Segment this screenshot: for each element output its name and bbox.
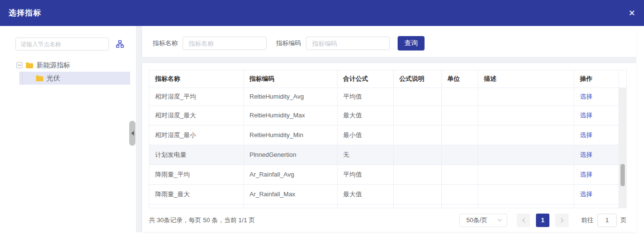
prev-page-button[interactable] (517, 214, 530, 227)
node-search-row (15, 38, 125, 51)
cell-formula: 平均值 (337, 88, 393, 105)
cell-formula_desc (393, 165, 441, 184)
node-search-input[interactable] (15, 38, 109, 51)
table-row: 相对湿度_最大ReltieHumidity_Max最大值选择 (149, 105, 626, 125)
main-panel: 指标名称 指标编码 查询 指标名称 指标编码 合计公式 公式说明 (142, 26, 636, 241)
chevron-left-icon (522, 217, 526, 223)
select-link[interactable]: 选择 (580, 131, 593, 139)
tree-node-child-selected[interactable]: 光伏 (19, 72, 130, 85)
indicator-table: 指标名称 指标编码 合计公式 公式说明 单位 描述 操作 相对湿度_平均Relt… (149, 70, 627, 208)
cell-empty (574, 204, 619, 208)
tree-structure-icon[interactable] (115, 39, 125, 49)
goto-page-input[interactable] (597, 214, 617, 227)
cell-formula: 平均值 (337, 165, 393, 184)
cell-unit (441, 184, 478, 204)
cell-unit (441, 165, 478, 184)
collapse-arrow-icon (131, 131, 134, 136)
cell-code: ReltieHumidity_Min (243, 125, 337, 145)
table-scrollbar-thumb[interactable] (620, 164, 625, 186)
select-link[interactable]: 选择 (580, 190, 593, 198)
cell-desc (478, 184, 574, 204)
cell-name: 降雨量_最大 (149, 184, 243, 204)
select-link[interactable]: 选择 (580, 112, 593, 119)
sidebar-collapse-handle[interactable] (129, 121, 135, 146)
cell-formula_desc (393, 184, 441, 204)
cell-desc (478, 105, 574, 125)
record-summary: 共 30条记录，每页 50 条，当前 1/1 页 (149, 216, 255, 225)
cell-empty (441, 204, 478, 208)
col-header-formula-desc: 公式说明 (393, 70, 441, 88)
cell-formula_desc (393, 105, 441, 125)
node-tree-panel: 新能源指标 光伏 (0, 26, 136, 232)
cell-code: ReltieHumidity_Max (243, 105, 337, 125)
dialog-header: 选择指标 ✕ (0, 0, 644, 26)
next-page-button[interactable] (555, 214, 569, 227)
cell-formula: 无 (337, 145, 393, 165)
scrollbar-gutter (619, 70, 626, 88)
cell-formula_desc (393, 145, 441, 165)
indicator-name-input[interactable] (182, 37, 267, 50)
panel-divider (136, 26, 142, 232)
cell-empty (149, 204, 243, 208)
tree-node-root[interactable]: 新能源指标 (0, 59, 136, 72)
query-button[interactable]: 查询 (398, 36, 425, 51)
table-row: 相对湿度_最小ReltieHumidity_Min最小值选择 (149, 125, 626, 145)
col-header-formula: 合计公式 (337, 70, 393, 88)
cell-unit (441, 88, 478, 105)
cell-formula: 最小值 (337, 125, 393, 145)
cell-action: 选择 (574, 88, 619, 105)
col-header-action: 操作 (574, 70, 619, 88)
cell-empty (393, 204, 441, 208)
table-row-partial (149, 204, 626, 208)
tree-indent-guide (22, 72, 23, 85)
node-tree: 新能源指标 光伏 (0, 59, 136, 85)
pagination-bar: 共 30条记录，每页 50 条，当前 1/1 页 50条/页 1 前往 (142, 208, 636, 232)
table-header-row: 指标名称 指标编码 合计公式 公式说明 单位 描述 操作 (149, 70, 626, 88)
table-body: 相对湿度_平均ReltieHumidity_Avg平均值选择相对湿度_最大Rel… (149, 88, 626, 208)
select-link[interactable]: 选择 (580, 93, 593, 100)
page-size-select[interactable]: 50条/页 (459, 214, 507, 227)
dialog-title: 选择指标 (9, 8, 41, 18)
cell-action: 选择 (574, 145, 619, 165)
tree-node-label: 光伏 (47, 74, 60, 83)
indicator-code-input[interactable] (306, 37, 390, 50)
table-row: 计划发电量PlnnedGenertion无选择 (149, 145, 626, 165)
cell-formula: 最大值 (337, 105, 393, 125)
cell-code: PlnnedGenertion (243, 145, 337, 165)
cell-code: Ar_Rainfall_Max (243, 184, 337, 204)
folder-icon (36, 75, 43, 81)
col-header-code: 指标编码 (243, 70, 337, 88)
cell-desc (478, 165, 574, 184)
cell-formula: 最大值 (337, 184, 393, 204)
cell-empty (337, 204, 393, 208)
page-size-value: 50条/页 (466, 216, 487, 225)
chevron-right-icon (560, 217, 564, 223)
select-link[interactable]: 选择 (580, 151, 593, 158)
table-card: 指标名称 指标编码 合计公式 公式说明 单位 描述 操作 相对湿度_平均Relt… (142, 63, 636, 232)
table-row: 降雨量_平均Ar_Rainfall_Avg平均值选择 (149, 165, 626, 184)
cell-name: 降雨量_平均 (149, 165, 243, 184)
cell-formula_desc (393, 125, 441, 145)
cell-formula_desc (393, 88, 441, 105)
chevron-down-icon (497, 218, 502, 222)
cell-action: 选择 (574, 125, 619, 145)
close-icon[interactable]: ✕ (629, 9, 635, 17)
cell-name: 相对湿度_最小 (149, 125, 243, 145)
indicator-name-label: 指标名称 (153, 39, 178, 48)
cell-code: Ar_Rainfall_Avg (243, 165, 337, 184)
table-scrollbar-track[interactable] (619, 88, 626, 208)
col-header-name: 指标名称 (149, 70, 243, 88)
cell-name: 相对湿度_平均 (149, 88, 243, 105)
select-link[interactable]: 选择 (580, 171, 593, 178)
page-number-button[interactable]: 1 (536, 214, 549, 227)
cell-code: ReltieHumidity_Avg (243, 88, 337, 105)
cell-name: 计划发电量 (149, 145, 243, 165)
cell-action: 选择 (574, 184, 619, 204)
cell-action: 选择 (574, 105, 619, 125)
folder-icon (25, 62, 33, 68)
col-header-desc: 描述 (478, 70, 574, 88)
filter-bar: 指标名称 指标编码 查询 (142, 30, 636, 57)
cell-action: 选择 (574, 165, 619, 184)
cell-unit (441, 145, 478, 165)
collapse-minus-icon[interactable] (16, 62, 23, 68)
